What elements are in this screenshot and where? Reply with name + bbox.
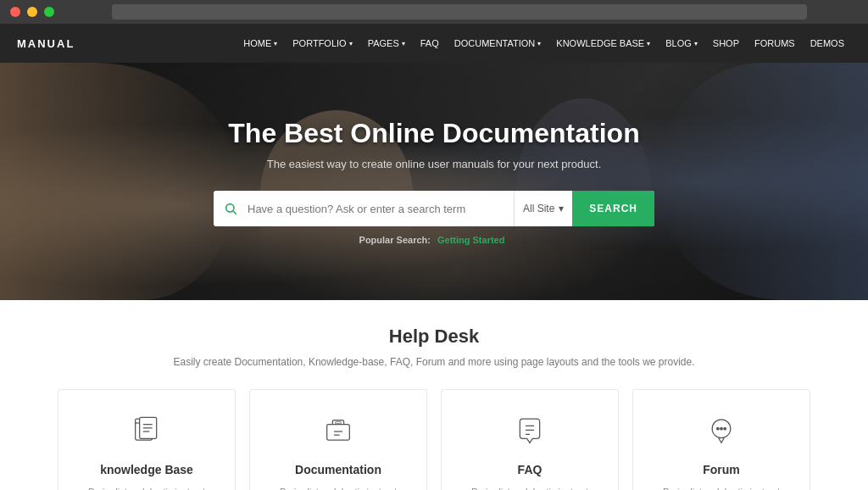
maximize-dot[interactable] (44, 7, 54, 17)
nav-link-pages[interactable]: PAGES ▾ (361, 35, 412, 52)
close-dot[interactable] (10, 7, 20, 17)
search-bar: All Site ▾ SEARCH (214, 191, 654, 226)
nav-item-knowledge-base[interactable]: KNOWLEDGE BASE ▾ (549, 35, 657, 52)
svg-line-1 (233, 211, 236, 214)
svg-rect-8 (327, 425, 350, 440)
nav-item-home[interactable]: HOME ▾ (236, 35, 284, 52)
helpdesk-subtitle: Easily create Documentation, Knowledge-b… (34, 356, 834, 368)
nav-item-shop[interactable]: SHOP (706, 35, 746, 52)
nav-link-documentation[interactable]: DOCUMENTATION ▾ (448, 35, 548, 52)
nav-item-demos[interactable]: DEMOS (804, 35, 851, 52)
nav-item-faq[interactable]: FAQ (414, 35, 446, 52)
svg-rect-11 (336, 421, 342, 424)
caret-icon: ▾ (349, 40, 353, 47)
documentation-title: Documentation (267, 463, 409, 476)
caret-icon: ▾ (402, 40, 405, 47)
popular-search: Popular Search: Getting Started (17, 235, 851, 245)
documentation-desc: Proin dictum lobortis justo at pretium. … (267, 485, 409, 490)
window-chrome (0, 0, 868, 24)
knowledge-title: knowledge Base (75, 463, 218, 476)
nav-item-blog[interactable]: BLOG ▾ (659, 35, 704, 52)
hero-title: The Best Online Documentation (17, 118, 851, 149)
caret-icon: ▾ (694, 40, 698, 47)
card-documentation: Documentation Proin dictum lobortis just… (249, 389, 427, 490)
card-faq: FAQ Proin dictum lobortis justo at preti… (441, 389, 619, 490)
helpdesk-title: Help Desk (34, 326, 834, 348)
svg-point-18 (724, 427, 726, 430)
address-bar[interactable] (112, 4, 807, 19)
forum-title: Forum (650, 463, 793, 476)
nav-link-knowledge-base[interactable]: KNOWLEDGE BASE ▾ (549, 35, 657, 52)
minimize-dot[interactable] (27, 7, 37, 17)
search-icon (214, 202, 248, 215)
nav-link-faq[interactable]: FAQ (414, 35, 446, 52)
forum-desc: Proin dictum lobortis justo at pretium. … (650, 485, 793, 490)
forum-icon (650, 410, 793, 453)
navbar: MANUAL HOME ▾ PORTFOLIO ▾ PAGES ▾ (0, 24, 868, 63)
knowledge-desc: Proin dictum lobortis justo at pretium. … (75, 485, 218, 490)
card-forum: Forum Proin dictum lobortis justo at pre… (632, 389, 810, 490)
knowledge-icon (75, 410, 218, 453)
svg-point-0 (226, 204, 234, 212)
nav-link-forums[interactable]: FORUMS (748, 35, 802, 52)
nav-item-portfolio[interactable]: PORTFOLIO ▾ (286, 35, 359, 52)
caret-icon: ▾ (537, 40, 541, 47)
caret-icon: ▾ (274, 40, 277, 47)
card-knowledge: knowledge Base Proin dictum lobortis jus… (58, 389, 236, 490)
search-button[interactable]: SEARCH (572, 191, 654, 226)
faq-title: FAQ (459, 463, 601, 476)
svg-point-17 (721, 427, 723, 430)
faq-desc: Proin dictum lobortis justo at pretium. … (459, 485, 601, 490)
dropdown-caret-icon: ▾ (559, 203, 564, 214)
search-dropdown[interactable]: All Site ▾ (514, 191, 572, 226)
page: MANUAL HOME ▾ PORTFOLIO ▾ PAGES ▾ (0, 24, 868, 490)
nav-item-documentation[interactable]: DOCUMENTATION ▾ (448, 35, 548, 52)
search-input[interactable] (248, 203, 514, 215)
nav-link-home[interactable]: HOME ▾ (236, 35, 284, 52)
nav-link-blog[interactable]: BLOG ▾ (659, 35, 704, 52)
nav-link-demos[interactable]: DEMOS (804, 35, 851, 52)
nav-item-forums[interactable]: FORUMS (748, 35, 802, 52)
nav-menu: HOME ▾ PORTFOLIO ▾ PAGES ▾ FAQ (236, 35, 851, 52)
nav-link-portfolio[interactable]: PORTFOLIO ▾ (286, 35, 359, 52)
hero-content: The Best Online Documentation The easies… (0, 118, 868, 245)
brand-logo[interactable]: MANUAL (17, 37, 75, 50)
nav-link-shop[interactable]: SHOP (706, 35, 746, 52)
helpdesk-section: Help Desk Easily create Documentation, K… (0, 300, 868, 490)
popular-search-link[interactable]: Getting Started (437, 235, 504, 245)
svg-point-16 (717, 427, 720, 430)
cards-row: knowledge Base Proin dictum lobortis jus… (34, 389, 834, 490)
nav-item-pages[interactable]: PAGES ▾ (361, 35, 412, 52)
hero-section: The Best Online Documentation The easies… (0, 63, 868, 300)
hero-subtitle: The easiest way to create online user ma… (17, 158, 851, 170)
faq-icon (459, 410, 601, 453)
documentation-icon (267, 410, 409, 453)
caret-icon: ▾ (647, 40, 650, 47)
